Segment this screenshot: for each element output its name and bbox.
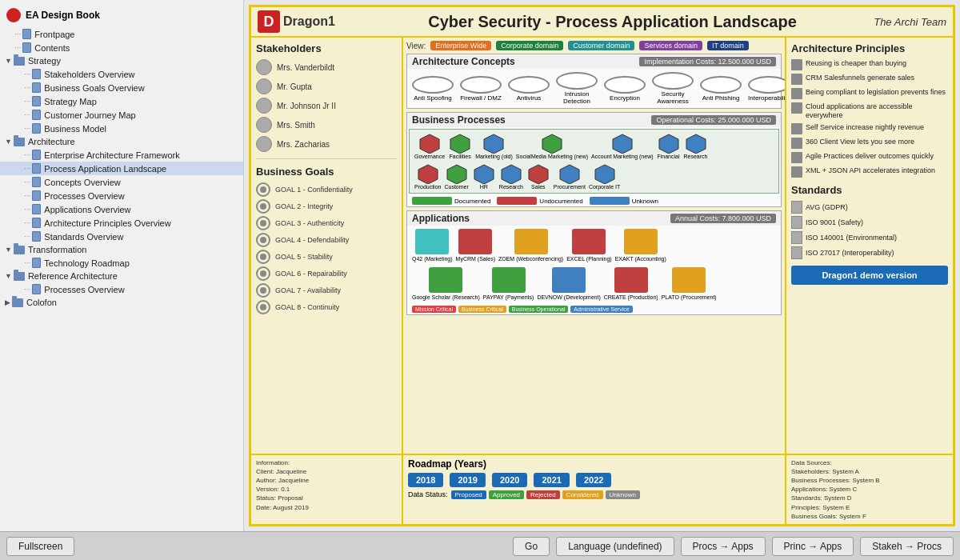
- sidebar-item-standards-overview[interactable]: ···Standards Overview: [0, 230, 243, 243]
- go-button[interactable]: Go: [513, 537, 550, 556]
- app-item: DEVNOW (Development): [537, 267, 600, 301]
- criticality-badge: Mission Critical: [412, 306, 456, 313]
- bp-item: HR: [472, 163, 496, 190]
- view-btn-services-domain[interactable]: Services domain: [639, 41, 702, 50]
- principle-text: Self Service increase nightly revenue: [806, 123, 924, 132]
- sidebar-item-stakeholders-overview[interactable]: ···Stakeholders Overview: [0, 67, 243, 81]
- sidebar-item-arch-principles-overview[interactable]: ···Architecture Principles Overview: [0, 216, 243, 230]
- sidebar-item-contents[interactable]: ···Contents: [0, 41, 243, 54]
- app-label: Q42 (Marketing): [412, 256, 453, 262]
- concept-label: Antivirus: [517, 94, 542, 102]
- principle-text: Reusing is cheaper than buying: [806, 59, 906, 68]
- sidebar-item-strategy-map[interactable]: ···Strategy Map: [0, 94, 243, 108]
- view-buttons[interactable]: Enterprise WideCorporate domainCustomer …: [430, 41, 751, 50]
- goal-circle: [256, 266, 270, 281]
- goal-item: GOAL 6 - Repairability: [256, 266, 397, 281]
- diagram-title: Cyber Security - Process Application Lan…: [351, 13, 874, 31]
- sidebar-item-enterprise-arch-framework[interactable]: ···Enterprise Architecture Framework: [0, 148, 243, 162]
- bp-row1: Governance Facilities Marketing (old) So…: [414, 133, 774, 160]
- app-item: Google Scholar (Research): [412, 267, 480, 301]
- bp-hex-icon: [526, 163, 550, 184]
- sidebar-item-architecture[interactable]: ▼Architecture: [0, 135, 243, 148]
- principles-list: Reusing is cheaper than buyingCRM Salesf…: [791, 59, 948, 178]
- svg-marker-11: [529, 165, 548, 184]
- view-btn-corporate-domain[interactable]: Corporate domain: [496, 41, 563, 50]
- year-button[interactable]: 2022: [576, 473, 611, 487]
- sidebar-item-frontpage[interactable]: ···Frontpage: [0, 27, 243, 41]
- stakeholder-name: Mrs. Vanderbildt: [277, 63, 334, 72]
- criticality-badge: Administrative Service: [570, 306, 632, 313]
- standard-text: ISO 140001 (Environmental): [806, 234, 897, 242]
- sidebar-item-strategy[interactable]: ▼Strategy: [0, 54, 243, 67]
- stakeh-procs-button[interactable]: Stakeh → Procs: [860, 537, 954, 556]
- view-btn-customer-domain[interactable]: Customer domain: [568, 41, 634, 50]
- bp-label: Research: [499, 184, 523, 190]
- status-badge: Approved: [489, 490, 524, 499]
- legend-color: [497, 197, 537, 205]
- language-button[interactable]: Language (undefined): [556, 537, 674, 556]
- folder-icon: [12, 298, 23, 307]
- bp-label: Production: [414, 184, 441, 190]
- doc-icon: [32, 258, 41, 268]
- demo-button[interactable]: Dragon1 demo version: [791, 266, 948, 285]
- bp-item: SocialMedia Marketing (new): [516, 133, 588, 160]
- concept-oval: [748, 76, 785, 94]
- sidebar-item-transformation[interactable]: ▼Transformation: [0, 243, 243, 256]
- sidebar-item-customer-journey-map[interactable]: ···Customer Journey Map: [0, 108, 243, 122]
- roadmap-years[interactable]: 20182019202020212022: [408, 473, 780, 487]
- view-btn-it-domain[interactable]: IT domain: [707, 41, 749, 50]
- goal-circle: [256, 199, 270, 214]
- legend-color: [590, 197, 630, 205]
- year-button[interactable]: 2021: [534, 473, 569, 487]
- principle-item: CRM Salesfunnels generate sales: [791, 74, 948, 85]
- app-square: [672, 267, 706, 293]
- svg-marker-5: [659, 134, 678, 154]
- bp-item: Customer: [444, 163, 468, 190]
- sidebar-item-business-model[interactable]: ···Business Model: [0, 122, 243, 135]
- doc-icon: [32, 123, 41, 134]
- sidebar-item-ref-processes-overview[interactable]: ···Processes Overview: [0, 282, 243, 296]
- sidebar-item-colofon[interactable]: ▶Colofon: [0, 296, 243, 309]
- view-btn-enterprise-wide[interactable]: Enterprise Wide: [430, 41, 491, 50]
- app-label: EXAKT (Accounting): [615, 256, 666, 262]
- procs-apps-button[interactable]: Procs → Apps: [681, 537, 766, 556]
- sidebar-item-processes-overview[interactable]: ···Processes Overview: [0, 189, 243, 202]
- stakeholders-list: Mrs. VanderbildtMr. GuptaMr. Johnson Jr …: [256, 59, 397, 152]
- bp-hex-icon: [472, 163, 496, 184]
- goal-item: GOAL 7 - Availability: [256, 283, 397, 298]
- princ-apps-button[interactable]: Princ → Apps: [772, 537, 854, 556]
- doc-icon: [32, 163, 41, 174]
- concept-item: Security Awareness: [652, 72, 694, 105]
- year-button[interactable]: 2020: [492, 473, 527, 487]
- standard-item: ISO 140001 (Environmental): [791, 231, 948, 244]
- sidebar-item-technology-roadmap[interactable]: ···Technology Roadmap: [0, 256, 243, 270]
- year-button[interactable]: 2018: [408, 473, 443, 487]
- criticality-row: Mission CriticalBusiness CriticalBusines…: [407, 304, 781, 314]
- principle-icon: [791, 166, 802, 178]
- year-button[interactable]: 2019: [450, 473, 485, 487]
- bp-label: Corporate IT: [589, 184, 620, 190]
- sidebar-item-concepts-overview[interactable]: ···Concepts Overview: [0, 175, 243, 189]
- right-panel: Architecture Principles Reusing is cheap…: [785, 38, 953, 454]
- fullscreen-button[interactable]: Fullscreen: [6, 537, 74, 556]
- bottom-right: Data Sources: Stakeholders: System A Bus…: [785, 455, 953, 524]
- legend-item: Undocumented: [497, 197, 582, 205]
- app-square: [492, 267, 526, 293]
- dragon1-text: Dragon1: [283, 14, 335, 29]
- data-sources-text: Data Sources: Stakeholders: System A Bus…: [791, 458, 948, 521]
- bp-hex-icon: [558, 163, 582, 184]
- dash-line: ···: [24, 232, 30, 241]
- content-area: D Dragon1 Cyber Security - Process Appli…: [244, 0, 960, 531]
- bp-hex-icon: [445, 163, 469, 184]
- apps-cost: Annual Costs: 7.800.000 USD: [670, 214, 776, 223]
- goal-text: GOAL 2 - Integrity: [275, 202, 333, 210]
- status-badge: Proposed: [451, 490, 486, 499]
- sidebar-item-process-app-landscape[interactable]: ···Process Application Landscape: [0, 162, 243, 175]
- sidebar-item-reference-architecture[interactable]: ▼Reference Architecture: [0, 270, 243, 282]
- sidebar-item-business-goals-overview[interactable]: ···Business Goals Overview: [0, 81, 243, 94]
- concept-oval: [460, 76, 502, 94]
- criticality-badge: Business Operational: [509, 306, 569, 313]
- bp-hex-icon: [418, 133, 442, 154]
- sidebar-item-applications-overview[interactable]: ···Applications Overview: [0, 202, 243, 216]
- bp-item: Procurement: [554, 163, 586, 190]
